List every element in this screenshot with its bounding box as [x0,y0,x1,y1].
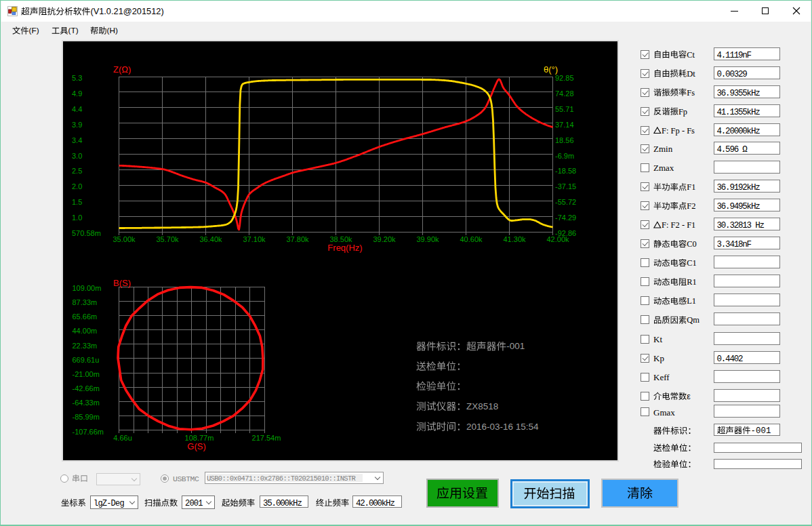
svg-text:Fp: Fp [678,107,687,117]
svg-text:Gmax: Gmax [653,407,675,418]
svg-text:USBTMC: USBTMC [173,474,199,483]
svg-text:F1: F1 [687,182,695,192]
svg-text:Kp: Kp [653,353,664,363]
svg-text:F2: F2 [687,201,695,211]
svg-text:F: F2 - F1: F: F2 - F1 [662,220,695,230]
svg-text:Fs: Fs [687,88,695,98]
svg-text:C0: C0 [687,239,697,249]
svg-text:Qm: Qm [687,315,699,325]
svg-text:ε: ε [687,392,691,401]
svg-text:Keff: Keff [653,372,670,382]
svg-text:Dt: Dt [687,69,695,79]
svg-text:Zmin: Zmin [653,144,673,154]
svg-text:R1: R1 [687,277,697,287]
svg-text:C1: C1 [687,258,697,268]
svg-text:Zmax: Zmax [653,163,674,173]
svg-text:Ct: Ct [687,50,695,60]
svg-text:L1: L1 [687,296,696,306]
svg-text:F: Fp - Fs: F: Fp - Fs [662,126,695,136]
svg-text:Kt: Kt [653,334,662,344]
